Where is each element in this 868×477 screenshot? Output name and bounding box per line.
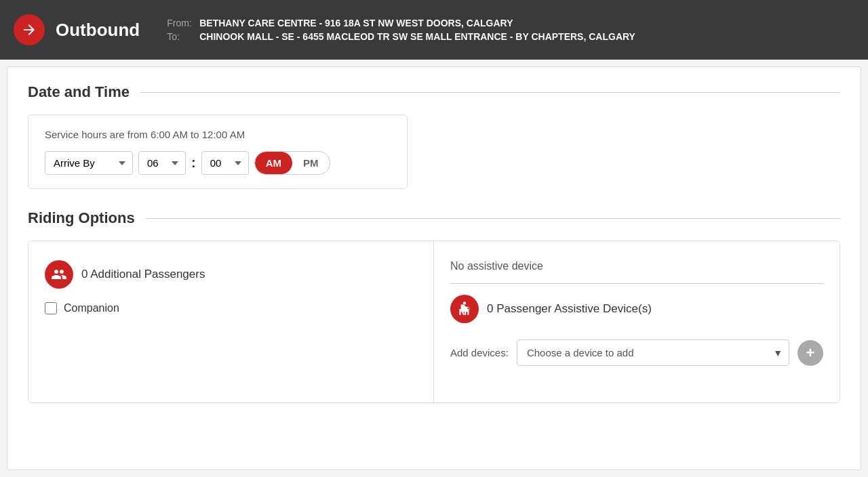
- from-label: From:: [167, 18, 194, 28]
- device-select-wrapper: Choose a device to add Wheelchair Walker…: [517, 339, 789, 366]
- riding-title: Riding Options: [28, 209, 135, 227]
- companion-row: Companion: [45, 302, 417, 314]
- arrive-by-select[interactable]: Arrive By Depart At: [45, 151, 133, 175]
- passengers-icon: [45, 260, 73, 289]
- to-value: CHINOOK MALL - SE - 6455 MACLEOD TR SW S…: [199, 31, 635, 42]
- outbound-icon: [14, 14, 45, 45]
- header: Outbound From: BETHANY CARE CENTRE - 916…: [0, 0, 868, 60]
- svg-point-0: [463, 302, 466, 304]
- from-value: BETHANY CARE CENTRE - 916 18A ST NW WEST…: [199, 18, 513, 28]
- riding-left-panel: 0 Additional Passengers Companion: [28, 241, 434, 402]
- page-container: Outbound From: BETHANY CARE CENTRE - 916…: [0, 0, 868, 477]
- add-device-row: Add devices: Choose a device to add Whee…: [450, 339, 823, 366]
- riding-right-panel: No assistive device 0 Passenger Assistiv…: [434, 241, 840, 402]
- companion-label[interactable]: Companion: [64, 302, 119, 314]
- companion-checkbox[interactable]: [45, 302, 57, 314]
- header-routes: From: BETHANY CARE CENTRE - 916 18A ST N…: [167, 18, 635, 42]
- add-device-button[interactable]: +: [797, 340, 823, 366]
- time-controls: Arrive By Depart At 06 07 08 09 10 11 12…: [45, 151, 391, 175]
- passengers-row: 0 Additional Passengers: [45, 260, 417, 289]
- datetime-title: Date and Time: [28, 83, 130, 101]
- device-select[interactable]: Choose a device to add Wheelchair Walker…: [517, 339, 789, 366]
- main-content: Date and Time Service hours are from 6:0…: [7, 66, 861, 470]
- ampm-toggle: AM PM: [254, 151, 330, 175]
- minute-select[interactable]: 00 15 30 45: [201, 151, 249, 175]
- device-icon: [450, 295, 479, 323]
- passengers-label: 0 Additional Passengers: [81, 268, 205, 281]
- service-hours-text: Service hours are from 6:00 AM to 12:00 …: [45, 129, 391, 140]
- riding-section-header: Riding Options: [28, 209, 840, 227]
- from-route-line: From: BETHANY CARE CENTRE - 916 18A ST N…: [167, 18, 635, 28]
- no-device-text: No assistive device: [450, 260, 823, 284]
- riding-options-grid: 0 Additional Passengers Companion No ass…: [28, 241, 840, 403]
- device-count-label: 0 Passenger Assistive Device(s): [487, 302, 652, 316]
- header-title: Outbound: [56, 20, 140, 41]
- to-label: To:: [167, 31, 194, 42]
- pm-button[interactable]: PM: [292, 152, 330, 174]
- riding-divider: [146, 218, 840, 219]
- hour-select[interactable]: 06 07 08 09 10 11 12: [138, 151, 186, 175]
- add-devices-label: Add devices:: [450, 347, 509, 358]
- datetime-card: Service hours are from 6:00 AM to 12:00 …: [28, 115, 408, 189]
- time-separator: :: [191, 155, 196, 171]
- datetime-divider: [140, 92, 840, 93]
- device-row: 0 Passenger Assistive Device(s): [450, 295, 823, 323]
- datetime-section-header: Date and Time: [28, 83, 840, 101]
- am-button[interactable]: AM: [255, 152, 292, 174]
- to-route-line: To: CHINOOK MALL - SE - 6455 MACLEOD TR …: [167, 31, 635, 42]
